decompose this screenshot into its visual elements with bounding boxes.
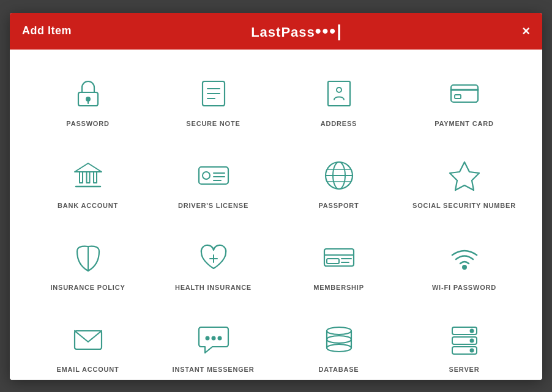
svg-marker-28 — [450, 162, 479, 190]
modal-header: Add Item LastPass•••| × — [10, 13, 542, 50]
email-account-label: EMAIL ACCOUNT — [56, 365, 119, 374]
svg-rect-16 — [94, 172, 97, 183]
svg-rect-14 — [80, 172, 83, 183]
membership-label: MEMBERSHIP — [313, 283, 364, 292]
payment-card-label: PAYMENT CARD — [435, 119, 493, 128]
password-icon — [69, 74, 108, 113]
svg-rect-18 — [199, 167, 228, 184]
svg-point-40 — [212, 337, 215, 340]
grid-item-server[interactable]: SERVER — [405, 308, 524, 379]
grid-item-passport[interactable]: PASSPORT — [279, 144, 398, 220]
grid-item-health-insurance[interactable]: HEALTH INSURANCE — [154, 226, 273, 301]
grid-item-secure-note[interactable]: SECURE NOTE — [154, 62, 273, 138]
svg-point-8 — [337, 87, 341, 92]
lastpass-logo: LastPass•••| — [251, 21, 343, 41]
insurance-policy-label: INSURANCE POLICY — [50, 283, 125, 292]
grid-item-insurance-policy[interactable]: INSURANCE POLICY — [28, 226, 147, 301]
svg-rect-11 — [455, 95, 461, 98]
svg-point-48 — [470, 330, 473, 333]
database-label: DATABASE — [319, 365, 359, 374]
health-insurance-label: HEALTH INSURANCE — [175, 283, 252, 292]
insurance-policy-icon — [69, 238, 108, 277]
svg-rect-34 — [327, 259, 339, 264]
server-label: SERVER — [449, 365, 480, 374]
modal-title: Add Item — [22, 24, 72, 37]
svg-point-41 — [218, 337, 221, 340]
svg-rect-9 — [451, 85, 478, 102]
grid-item-database[interactable]: DATABASE — [279, 308, 398, 379]
add-item-modal: Add Item LastPass•••| × PASSWORDSECURE N… — [10, 13, 542, 380]
database-icon — [319, 320, 359, 359]
drivers-license-label: DRIVER'S LICENSE — [178, 201, 248, 210]
address-label: ADDRESS — [321, 119, 357, 128]
wifi-password-label: WI-FI PASSWORD — [432, 283, 496, 292]
modal-overlay: Add Item LastPass•••| × PASSWORDSECURE N… — [0, 0, 552, 392]
svg-rect-7 — [328, 81, 350, 106]
drivers-license-icon — [194, 156, 233, 195]
svg-point-44 — [327, 344, 351, 352]
grid-item-instant-messenger[interactable]: INSTANT MESSENGER — [154, 308, 273, 379]
logo-dots: •••| — [315, 21, 343, 40]
svg-rect-15 — [86, 172, 89, 183]
server-icon — [445, 320, 484, 359]
grid-item-address[interactable]: ADDRESS — [279, 62, 398, 138]
bank-account-icon — [69, 156, 108, 195]
secure-note-label: SECURE NOTE — [186, 119, 240, 128]
svg-point-39 — [206, 337, 209, 340]
grid-item-payment-card[interactable]: PAYMENT CARD — [405, 62, 524, 138]
svg-point-37 — [463, 265, 466, 269]
grid-item-bank-account[interactable]: BANK ACCOUNT — [28, 144, 147, 220]
wifi-password-icon — [445, 238, 484, 277]
items-grid: PASSWORDSECURE NOTEADDRESSPAYMENT CARDBA… — [28, 62, 524, 380]
secure-note-icon — [194, 74, 233, 113]
svg-point-19 — [203, 172, 210, 179]
instant-messenger-label: INSTANT MESSENGER — [173, 365, 255, 374]
svg-point-43 — [327, 336, 351, 343]
grid-item-password[interactable]: PASSWORD — [28, 62, 147, 138]
social-security-label: SOCIAL SECURITY NUMBER — [412, 201, 516, 210]
modal-body: PASSWORDSECURE NOTEADDRESSPAYMENT CARDBA… — [10, 50, 542, 380]
health-insurance-icon — [194, 238, 233, 277]
svg-point-42 — [327, 327, 351, 335]
svg-marker-17 — [75, 163, 102, 172]
password-label: PASSWORD — [66, 119, 109, 128]
svg-point-50 — [470, 349, 473, 352]
grid-item-social-security[interactable]: SOCIAL SECURITY NUMBER — [405, 144, 524, 220]
instant-messenger-icon — [194, 320, 233, 359]
payment-card-icon — [445, 74, 484, 113]
svg-point-49 — [470, 339, 473, 342]
passport-icon — [319, 156, 359, 195]
address-icon — [319, 74, 359, 113]
close-button[interactable]: × — [522, 24, 530, 38]
social-security-icon — [445, 156, 484, 195]
grid-item-wifi-password[interactable]: WI-FI PASSWORD — [405, 226, 524, 301]
email-account-icon — [69, 320, 108, 359]
membership-icon — [319, 238, 359, 277]
bank-account-label: BANK ACCOUNT — [58, 201, 118, 210]
grid-item-drivers-license[interactable]: DRIVER'S LICENSE — [154, 144, 273, 220]
grid-item-email-account[interactable]: EMAIL ACCOUNT — [28, 308, 147, 379]
grid-item-membership[interactable]: MEMBERSHIP — [279, 226, 398, 301]
passport-label: PASSPORT — [318, 201, 359, 210]
